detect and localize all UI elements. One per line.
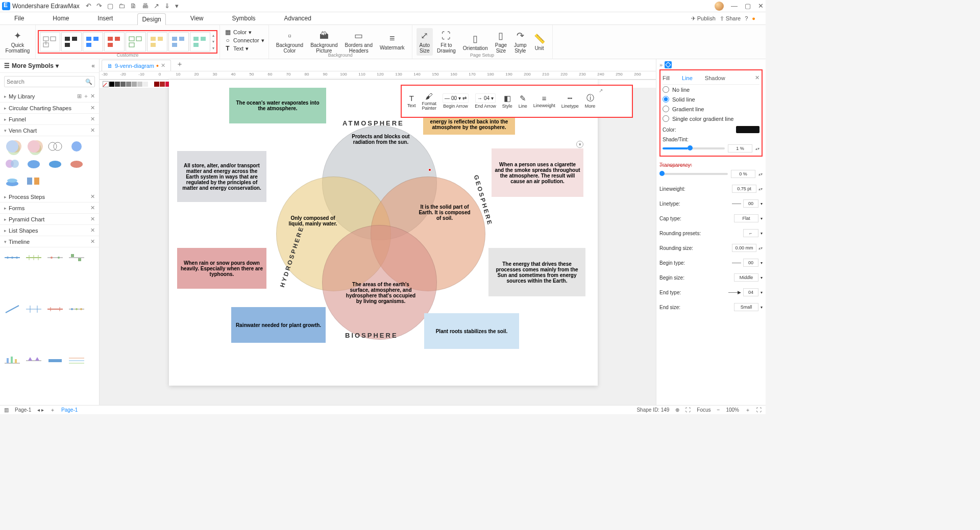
- radio-no-line[interactable]: [663, 86, 669, 93]
- menu-advanced[interactable]: Advanced: [280, 13, 315, 24]
- menu-insert[interactable]: Insert: [93, 13, 117, 24]
- redo-icon[interactable]: ↷: [96, 2, 102, 10]
- file-tab[interactable]: 🗎 9-venn-diagram • ✕: [102, 60, 171, 71]
- shade-value[interactable]: 1 %: [728, 144, 752, 153]
- export-icon[interactable]: ↗: [154, 2, 159, 10]
- focus-button[interactable]: Focus: [697, 407, 710, 413]
- ft-more[interactable]: ⓘMore: [582, 92, 598, 110]
- shape-mode-icon[interactable]: [665, 61, 672, 68]
- close-icon[interactable]: ✕: [758, 2, 764, 10]
- callout-ocean[interactable]: The ocean's water evaporates into the at…: [229, 88, 326, 123]
- ft-line[interactable]: ✎Line: [516, 93, 530, 110]
- ft-style[interactable]: ◧Style: [500, 93, 515, 110]
- symbol-search[interactable]: 🔍: [4, 76, 95, 87]
- bg-color-button[interactable]: ▫Background Color: [273, 29, 306, 56]
- canvas-area[interactable]: 🗎 9-venn-diagram • ✕ ＋ -30-20-1001020304…: [100, 59, 656, 405]
- fit-drawing-button[interactable]: ⛶Fit to Drawing: [434, 29, 459, 56]
- page-tab[interactable]: Page-1: [61, 407, 78, 413]
- drawing-page[interactable]: ATMOSPHERE HYDROSPHERE GEOSPHERE BIOSPHE…: [169, 80, 598, 386]
- open-icon[interactable]: 🗀: [118, 2, 125, 10]
- radio-gradient-line[interactable]: [663, 106, 669, 112]
- linetype-value[interactable]: 00: [743, 199, 758, 208]
- overflow-indicator[interactable]: ▾: [576, 141, 583, 148]
- bg-picture-button[interactable]: 🏔Background Picture: [307, 29, 340, 56]
- lib-timeline[interactable]: ▾Timeline✕: [0, 236, 99, 247]
- timeline-shape[interactable]: [46, 354, 64, 368]
- timeline-shape[interactable]: [46, 250, 64, 265]
- zoom-value[interactable]: 100%: [726, 407, 739, 413]
- notify-icon[interactable]: ●: [752, 15, 755, 21]
- timeline-shape[interactable]: [24, 302, 43, 316]
- menu-file[interactable]: File: [10, 13, 28, 24]
- publish-button[interactable]: ✈ Publish: [691, 15, 716, 22]
- venn-shape[interactable]: [3, 157, 21, 171]
- begin-size-value[interactable]: Middle: [734, 273, 758, 282]
- menu-symbols[interactable]: Symbols: [228, 13, 260, 24]
- hamburger-icon[interactable]: ☰: [4, 62, 10, 69]
- menu-home[interactable]: Home: [48, 13, 73, 24]
- ft-begin-arrow[interactable]: —00▾ ⇄ Begin Arrow: [440, 92, 471, 110]
- help-icon[interactable]: ?: [745, 15, 748, 21]
- theme-swatch[interactable]: [168, 32, 189, 52]
- unit-button[interactable]: 📏Unit: [531, 31, 548, 53]
- add-page-button[interactable]: ＋: [50, 407, 55, 414]
- tab-line[interactable]: Line: [682, 75, 693, 81]
- venn-text-bottom[interactable]: The areas of the earth's surface, atmosp…: [340, 279, 422, 307]
- end-type-value[interactable]: 04: [743, 288, 758, 296]
- page-selector[interactable]: Page-1: [15, 407, 31, 413]
- page-nav[interactable]: ◂ ▸: [37, 407, 44, 413]
- orientation-button[interactable]: ▯Orientation: [460, 31, 491, 53]
- ft-linetype[interactable]: ┅Linetype: [559, 93, 581, 110]
- venn-text-right[interactable]: It is the solid part of Earth. It is com…: [414, 201, 475, 224]
- callout-all[interactable]: All store, alter, and/or transport matte…: [177, 151, 266, 202]
- new-icon[interactable]: ▢: [107, 2, 113, 10]
- timeline-shape[interactable]: [3, 250, 21, 265]
- ft-lineweight[interactable]: ≡Lineweight: [531, 93, 558, 109]
- venn-shape[interactable]: [46, 157, 64, 171]
- venn-shape[interactable]: [3, 174, 21, 188]
- jump-style-button[interactable]: ↷Jump Style: [511, 28, 529, 56]
- theme-swatch[interactable]: [126, 32, 146, 52]
- transparency-value[interactable]: 0 %: [731, 170, 755, 178]
- theme-swatch[interactable]: [61, 32, 82, 52]
- ft-end-arrow[interactable]: →04▾ End Arrow: [472, 92, 499, 110]
- lib-forms[interactable]: ▸Forms✕: [0, 203, 99, 214]
- lib-list[interactable]: ▸List Shapes✕: [0, 225, 99, 236]
- collapse-icon[interactable]: «: [91, 62, 95, 69]
- theme-gallery[interactable]: ▴▾▾: [38, 30, 217, 54]
- timeline-shape[interactable]: [3, 354, 21, 368]
- text-menu[interactable]: TText ▾: [224, 44, 249, 53]
- menu-design[interactable]: Design: [137, 13, 165, 25]
- lib-circular[interactable]: ▸Circular Charting Shapes✕: [0, 103, 99, 114]
- venn-shape[interactable]: [67, 139, 86, 154]
- zoom-in[interactable]: ＋: [745, 407, 750, 414]
- timeline-shape[interactable]: [67, 250, 86, 265]
- auto-size-button[interactable]: ⤢Auto Size: [416, 28, 433, 56]
- quick-formatting-button[interactable]: ✦ Quick Formatting: [3, 28, 33, 56]
- shade-slider[interactable]: [663, 147, 725, 149]
- theme-swatch[interactable]: [104, 32, 125, 52]
- transparency-slider[interactable]: [659, 173, 728, 175]
- selection-handle[interactable]: [428, 168, 431, 171]
- venn-text-left[interactable]: Only composed of liquid, mainly water.: [282, 212, 344, 230]
- ft-format-painter[interactable]: 🖌Format Painter: [420, 91, 439, 112]
- radio-single-gradient[interactable]: [663, 115, 669, 122]
- timeline-shape[interactable]: [67, 354, 86, 368]
- timeline-shape[interactable]: [46, 302, 64, 316]
- expand-icon[interactable]: ↗: [599, 88, 603, 93]
- venn-shape[interactable]: [3, 139, 21, 154]
- fullscreen-icon[interactable]: ⛶: [685, 407, 691, 413]
- save-icon[interactable]: 🗎: [130, 2, 137, 10]
- callout-roots[interactable]: Plant roots stabilizes the soil.: [424, 313, 519, 349]
- callout-energy[interactable]: The energy that drives these processes c…: [488, 248, 585, 296]
- minimize-icon[interactable]: —: [731, 2, 738, 10]
- more-icon[interactable]: ▾: [175, 2, 179, 10]
- borders-headers-button[interactable]: ▭Borders and Headers: [342, 28, 376, 56]
- venn-shape[interactable]: [24, 174, 43, 188]
- rounding-size-value[interactable]: 0.00 mm: [732, 244, 756, 252]
- no-color-icon[interactable]: [103, 81, 109, 87]
- search-icon[interactable]: 🔍: [85, 79, 92, 85]
- tab-shadow[interactable]: Shadow: [705, 75, 725, 81]
- rounding-preset[interactable]: ⌐: [743, 229, 758, 237]
- venn-shape[interactable]: [24, 139, 43, 154]
